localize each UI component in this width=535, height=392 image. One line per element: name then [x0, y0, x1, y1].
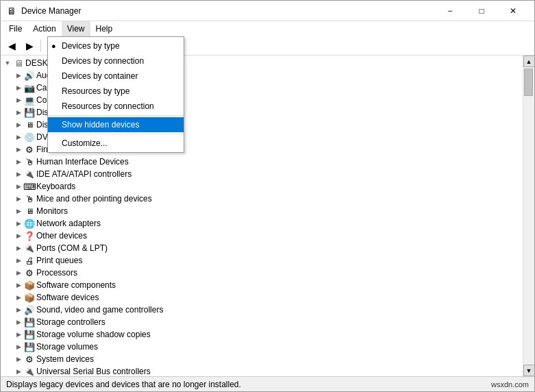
menu-customize[interactable]: Customize... — [48, 136, 184, 151]
item-icon: ⚙ — [24, 267, 35, 278]
expand-icon[interactable]: ▶ — [13, 267, 24, 278]
expand-icon[interactable]: ▶ — [13, 107, 24, 118]
list-item[interactable]: ▶ ⌨ Keyboards — [1, 180, 523, 193]
item-label: Universal Serial Bus controllers — [36, 367, 151, 376]
maximize-button[interactable]: □ — [466, 1, 497, 21]
status-right-text: wsxdn.com — [491, 380, 529, 389]
vertical-scrollbar[interactable]: ▲ ▼ — [523, 56, 534, 376]
menu-separator-2 — [48, 134, 184, 134]
title-bar: 🖥 Device Manager − □ ✕ — [1, 1, 534, 21]
menu-separator-1 — [48, 115, 184, 116]
item-icon: 💾 — [24, 341, 35, 352]
list-item[interactable]: ▶ 📦 Software components — [1, 279, 523, 291]
scroll-down-button[interactable]: ▼ — [523, 365, 535, 376]
scroll-thumb[interactable] — [524, 69, 533, 96]
item-icon: ⚙ — [24, 354, 35, 365]
expand-icon[interactable]: ▶ — [13, 317, 24, 328]
back-icon: ◀ — [8, 40, 16, 51]
expand-icon[interactable]: ▶ — [13, 156, 24, 167]
item-icon: 🖥 — [24, 206, 35, 217]
menu-devices-by-connection[interactable]: Devices by connection — [48, 53, 184, 69]
expand-icon[interactable]: ▶ — [13, 280, 24, 291]
list-item[interactable]: ▶ 💾 Storage volumes — [1, 341, 523, 353]
expand-icon[interactable]: ▶ — [13, 218, 24, 229]
list-item[interactable]: ▶ 🔌 IDE ATA/ATAPI controllers — [1, 168, 523, 180]
scroll-up-button[interactable]: ▲ — [523, 56, 535, 67]
item-icon: 🖨 — [24, 255, 35, 266]
list-item[interactable]: ▶ 🖱 Human Interface Devices — [1, 156, 523, 168]
scroll-thumb-area — [523, 67, 534, 365]
expand-icon[interactable]: ▶ — [13, 95, 24, 106]
item-label: Monitors — [36, 206, 68, 216]
menu-resources-by-connection[interactable]: Resources by connection — [48, 99, 184, 114]
menu-show-hidden-devices[interactable]: Show hidden devices — [48, 117, 184, 132]
item-icon: 💾 — [24, 317, 35, 328]
list-item[interactable]: ▶ 🖱 Mice and other pointing devices — [1, 193, 523, 205]
root-computer-icon: 🖥 — [13, 58, 24, 69]
item-label: System devices — [36, 354, 94, 364]
item-icon: 🔌 — [24, 243, 35, 254]
item-label: Software devices — [36, 293, 99, 302]
item-label: Human Interface Devices — [36, 157, 129, 167]
minimize-button[interactable]: − — [434, 1, 466, 21]
item-label: Other devices — [36, 231, 87, 241]
item-label: Keyboards — [36, 182, 75, 191]
item-label: Print queues — [36, 256, 82, 265]
item-icon: 📷 — [24, 82, 35, 93]
expand-icon[interactable]: ▶ — [13, 292, 24, 303]
list-item[interactable]: ▶ ⚙ Processors — [1, 267, 523, 279]
list-item[interactable]: ▶ 💾 Storage volume shadow copies — [1, 328, 523, 341]
check-icon: ● — [51, 42, 56, 50]
item-label: Sound, video and game controllers — [36, 305, 163, 315]
item-label: Storage controllers — [36, 317, 105, 327]
list-item[interactable]: ▶ 🖥 Monitors — [1, 205, 523, 217]
expand-icon[interactable]: ▶ — [13, 132, 24, 143]
menu-file[interactable]: File — [3, 21, 27, 36]
expand-icon[interactable]: ▶ — [13, 304, 24, 315]
expand-icon[interactable]: ▶ — [13, 329, 24, 340]
list-item[interactable]: ▶ 🖨 Print queues — [1, 254, 523, 267]
expand-icon[interactable]: ▶ — [13, 169, 24, 180]
menu-view[interactable]: View — [62, 21, 90, 36]
title-controls: − □ ✕ — [434, 1, 529, 21]
expand-icon[interactable]: ▶ — [13, 144, 24, 155]
list-item[interactable]: ▶ ⚙ System devices — [1, 353, 523, 365]
menu-action[interactable]: Action — [27, 21, 61, 36]
expand-icon[interactable]: ▶ — [13, 255, 24, 266]
expand-icon[interactable]: ▶ — [13, 119, 24, 130]
menu-devices-by-type[interactable]: ● Devices by type — [48, 38, 184, 53]
menu-devices-by-container[interactable]: Devices by container — [48, 69, 184, 84]
expand-icon[interactable]: ▶ — [13, 193, 24, 204]
expand-icon[interactable]: ▶ — [13, 230, 24, 241]
back-button[interactable]: ◀ — [3, 38, 20, 53]
item-icon: 🔌 — [24, 366, 35, 376]
list-item[interactable]: ▶ 🔊 Sound, video and game controllers — [1, 304, 523, 316]
list-item[interactable]: ▶ 📦 Software devices — [1, 291, 523, 304]
view-dropdown-menu: ● Devices by type Devices by connection … — [47, 36, 184, 153]
expand-icon[interactable]: ▶ — [13, 366, 24, 376]
expand-icon[interactable]: ▶ — [13, 354, 24, 365]
item-label: IDE ATA/ATAPI controllers — [36, 169, 132, 179]
menu-help[interactable]: Help — [90, 21, 119, 36]
list-item[interactable]: ▶ 🌐 Network adapters — [1, 217, 523, 230]
expand-icon[interactable]: ▶ — [13, 70, 24, 81]
forward-button[interactable]: ▶ — [21, 38, 38, 53]
window-title: Device Manager — [21, 6, 434, 16]
expand-icon[interactable]: ▶ — [13, 206, 24, 217]
list-item[interactable]: ▶ 🔌 Ports (COM & LPT) — [1, 242, 523, 254]
close-button[interactable]: ✕ — [497, 1, 529, 21]
item-icon: 📦 — [24, 280, 35, 291]
item-icon: 🌐 — [24, 218, 35, 229]
item-icon: 🔌 — [24, 169, 35, 180]
list-item[interactable]: ▶ ❓ Other devices — [1, 230, 523, 242]
expand-icon[interactable]: ▶ — [13, 82, 24, 93]
forward-icon: ▶ — [26, 40, 34, 51]
root-expand-icon[interactable]: ▼ — [2, 58, 13, 69]
expand-icon[interactable]: ▶ — [13, 243, 24, 254]
item-icon: 💾 — [24, 107, 35, 118]
list-item[interactable]: ▶ 🔌 Universal Serial Bus controllers — [1, 365, 523, 376]
list-item[interactable]: ▶ 💾 Storage controllers — [1, 316, 523, 328]
expand-icon[interactable]: ▶ — [13, 341, 24, 352]
item-icon: 🖥 — [24, 119, 35, 130]
menu-resources-by-type[interactable]: Resources by type — [48, 84, 184, 99]
